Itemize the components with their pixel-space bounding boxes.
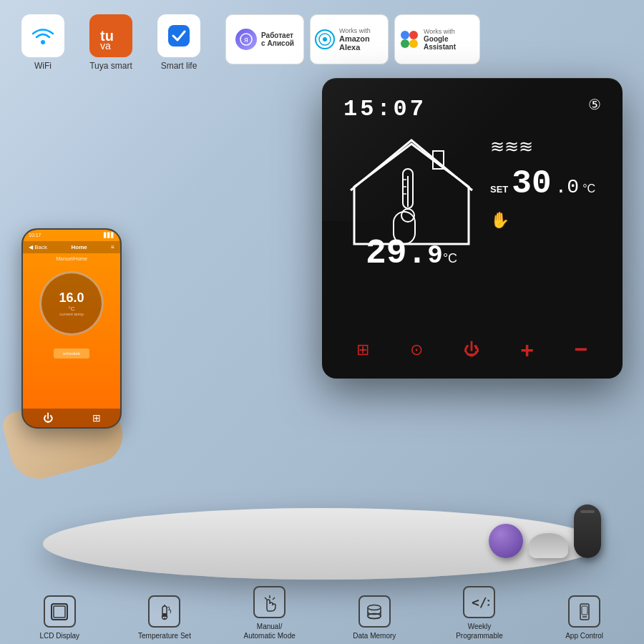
phone-schedule-bar: schedule <box>54 348 89 358</box>
app-control-label: App Control <box>565 631 603 640</box>
top-row: WiFi tu ya Tuya smart Smart life <box>0 0 644 71</box>
btn-plus[interactable]: + <box>520 337 534 364</box>
lcd-icon <box>44 595 76 628</box>
svg-point-9 <box>409 31 418 39</box>
set-temp-decimal: .0 <box>555 176 580 198</box>
manual-auto-label: Manual/ Automatic Mode <box>241 622 298 640</box>
phone-time: 10:17 <box>29 233 42 238</box>
feature-temp-set: Temperature Set <box>136 595 193 640</box>
phone-nav-home[interactable]: ⊞ <box>92 412 101 424</box>
alice-icon: я <box>235 29 257 50</box>
set-label: SET <box>490 184 508 195</box>
btn-minus[interactable]: − <box>575 343 588 356</box>
thermostat-buttons: ⊞ ⊙ ⏻ + − <box>322 321 623 379</box>
thermostat-middle: 29.9°C ≋≋≋ SET 30.0°C ✋ <box>322 122 623 280</box>
manual-auto-svg <box>260 592 280 613</box>
main-content: 10:17 ▋▋▋ ◀ Back Home ≡ Manuel/Home 16.0… <box>0 78 644 500</box>
svg-point-11 <box>409 39 418 48</box>
btn-power[interactable]: ⏻ <box>464 341 479 359</box>
wifi-icon-box <box>21 14 64 57</box>
wifi-svg <box>29 22 57 49</box>
alexa-works-with: Works with <box>339 27 384 34</box>
alexa-icon <box>315 29 335 49</box>
alice-svg: я <box>240 33 253 46</box>
phone-nav-power[interactable]: ⏻ <box>43 412 53 424</box>
phone-app-title: Home <box>72 244 87 250</box>
svg-rect-27 <box>162 613 167 617</box>
phone-temp-label: current temp <box>59 312 84 316</box>
house-area: 29.9°C <box>340 130 483 273</box>
svg-point-31 <box>368 605 381 610</box>
alexa-name: Amazon Alexa <box>339 34 384 52</box>
svg-line-29 <box>265 597 267 600</box>
phone-app-header: ◀ Back Home ≡ <box>23 241 120 253</box>
phone-signal: ▋▋▋ <box>104 233 114 238</box>
svg-rect-22 <box>54 606 65 618</box>
svg-rect-3 <box>168 25 190 47</box>
alexa-text: Works with Amazon Alexa <box>339 27 384 52</box>
alice-text: Работает с Алисой <box>261 31 294 47</box>
feature-app-control: App Control <box>556 595 613 640</box>
weekly-prog-icon: </> <box>463 586 495 618</box>
phone-circle-display: 16.0 °C current temp <box>39 271 104 336</box>
touch-icon: ✋ <box>490 211 595 230</box>
google-svg <box>399 29 419 49</box>
smartlife-svg <box>165 21 193 50</box>
tuya-label: Tuya smart <box>89 61 132 71</box>
alexa-svg <box>318 32 332 47</box>
temp-set-label: Temperature Set <box>138 631 191 640</box>
app-icons-row: WiFi tu ya Tuya smart Smart life <box>14 14 208 71</box>
svg-marker-12 <box>354 144 469 244</box>
google-home-mini <box>529 533 568 558</box>
btn-clock[interactable]: ⊙ <box>410 341 423 359</box>
temp-set-icon <box>148 595 180 628</box>
smart-badges-row: я Работает с Алисой Works with Amazon Al… <box>225 14 480 64</box>
lcd-svg <box>49 602 69 622</box>
thermostat-device: 15:07 ⑤ <box>322 78 623 379</box>
phone-temp-main: 16.0 <box>59 291 84 306</box>
manual-auto-icon <box>253 586 286 618</box>
temp-set-svg <box>155 602 175 622</box>
phone-menu-icon: ≡ <box>111 244 114 250</box>
tuya-icon-box: tu ya <box>89 14 132 57</box>
smartlife-badge: Smart life <box>150 14 208 71</box>
current-temp-unit: °C <box>443 251 457 265</box>
svg-point-0 <box>41 40 45 44</box>
echo-ring <box>580 510 595 513</box>
current-temp-value: 29. <box>366 234 427 273</box>
set-temp-container: SET 30.0°C <box>490 167 595 200</box>
alexa-dot-purple <box>489 524 523 558</box>
data-memory-svg <box>364 602 384 622</box>
feature-weekly-prog: </> Weekly Programmable <box>451 586 508 640</box>
thermostat-right-info: ≋≋≋ SET 30.0°C ✋ <box>490 130 595 230</box>
svg-rect-36 <box>582 606 587 615</box>
feature-data-memory: Data Memory <box>346 595 403 640</box>
thermostat-top: 15:07 ⑤ <box>322 78 623 122</box>
google-works-with: Works with <box>424 28 475 35</box>
smartlife-label: Smart life <box>161 61 197 71</box>
btn-menu[interactable]: ⊞ <box>356 341 369 359</box>
svg-text:ya: ya <box>100 40 111 49</box>
google-text: Works with Google Assistant <box>424 28 475 51</box>
heating-icon: ≋≋≋ <box>490 137 595 157</box>
alice-badge: я Работает с Алисой <box>225 14 304 64</box>
amazon-echo <box>574 504 601 558</box>
wifi-label: WiFi <box>34 61 52 71</box>
svg-point-8 <box>401 31 409 39</box>
wifi-badge: WiFi <box>14 14 72 71</box>
alexa-badge: Works with Amazon Alexa <box>310 14 389 64</box>
set-temp-value: 30 <box>512 167 551 200</box>
phone-screen: 10:17 ▋▋▋ ◀ Back Home ≡ Manuel/Home 16.0… <box>23 230 120 427</box>
phone-temp-sub: °C <box>69 306 75 312</box>
thermostat-wrapper: 15:07 ⑤ <box>322 78 623 379</box>
phone-status-bar: 10:17 ▋▋▋ <box>23 230 120 241</box>
svg-point-7 <box>323 37 327 42</box>
svg-point-10 <box>401 39 409 48</box>
smartlife-icon-box <box>157 14 200 57</box>
weekly-prog-svg: </> <box>469 592 489 613</box>
google-badge: Works with Google Assistant <box>394 14 480 64</box>
phone-controls: schedule <box>23 343 120 364</box>
phone-bottom-nav: ⏻ ⊞ <box>23 409 120 427</box>
phone-mockup: 10:17 ▋▋▋ ◀ Back Home ≡ Manuel/Home 16.0… <box>21 228 122 429</box>
svg-text:я: я <box>244 36 248 44</box>
